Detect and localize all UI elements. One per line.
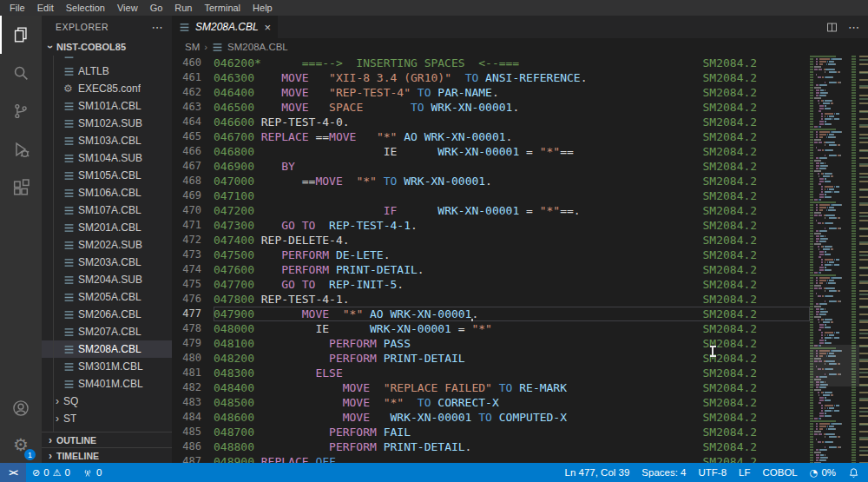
line-number[interactable]: 469 bbox=[172, 188, 201, 203]
code-line[interactable]: 469047100SM2084.2 bbox=[172, 188, 810, 203]
code-line[interactable]: 464046600 REP-TEST-4-0.SM2084.2 bbox=[172, 115, 810, 129]
line-number[interactable]: 486 bbox=[172, 439, 201, 454]
line-number[interactable]: 473 bbox=[172, 248, 201, 262]
section-outline[interactable]: ›OUTLINE bbox=[42, 432, 172, 447]
line-number[interactable]: 467 bbox=[172, 159, 201, 174]
menu-terminal[interactable]: Terminal bbox=[199, 0, 247, 16]
line-number[interactable]: 475 bbox=[172, 277, 201, 292]
remote-indicator[interactable]: >< bbox=[0, 463, 26, 482]
file-item-sm102a-sub[interactable]: SM102A.SUB bbox=[42, 115, 172, 132]
overview-ruler[interactable] bbox=[859, 56, 868, 463]
line-number[interactable]: 482 bbox=[172, 380, 201, 395]
tab-sm208a-cbl[interactable]: SM208A.CBL × bbox=[172, 16, 278, 38]
line-number[interactable]: 465 bbox=[172, 129, 201, 144]
menu-file[interactable]: File bbox=[3, 0, 31, 16]
menu-go[interactable]: Go bbox=[144, 0, 169, 16]
file-item-sm101a-cbl[interactable]: SM101A.CBL bbox=[42, 97, 172, 115]
file-item-sm106a-cbl[interactable]: SM106A.CBL bbox=[42, 184, 172, 201]
file-item-sm105a-cbl[interactable]: SM105A.CBL bbox=[42, 167, 172, 184]
status-utf-8[interactable]: UTF-8 bbox=[692, 463, 733, 482]
file-item-sm208a-cbl[interactable]: SM208A.CBL bbox=[42, 340, 172, 358]
explorer-icon[interactable] bbox=[0, 16, 42, 54]
line-number[interactable]: 477 bbox=[172, 307, 201, 321]
code-line[interactable]: 472047400 REP-DELETE-4.SM2084.2 bbox=[172, 233, 810, 248]
code-line[interactable]: 461046300 MOVE "XII-8 3.4 (GR10)" TO ANS… bbox=[172, 70, 810, 85]
line-number[interactable]: 484 bbox=[172, 410, 201, 425]
breadcrumb-item[interactable]: SM208A.CBL bbox=[227, 42, 288, 52]
notifications-bell[interactable] bbox=[842, 463, 868, 482]
editor-actions-icon[interactable]: ⋯ bbox=[848, 21, 859, 34]
code-line[interactable]: 482048400 MOVE "REPLACE FAILED" TO RE-MA… bbox=[172, 380, 810, 395]
ports-status[interactable]: 0 bbox=[76, 463, 108, 482]
breadcrumb-item[interactable]: SM bbox=[185, 42, 200, 52]
split-editor-icon[interactable] bbox=[826, 22, 838, 33]
code-line[interactable]: 475047700 GO TO REP-INIT-5.SM2084.2 bbox=[172, 277, 810, 292]
code-line[interactable]: 487048900 REPLACE OFF.SM2084.2 bbox=[172, 454, 810, 463]
code-line[interactable]: 474047600 PERFORM PRINT-DETAIL.SM2084.2 bbox=[172, 262, 810, 277]
menu-help[interactable]: Help bbox=[247, 0, 279, 16]
file-item-sm207a-cbl[interactable]: SM207A.CBL bbox=[42, 323, 172, 340]
line-number[interactable]: 476 bbox=[172, 292, 201, 307]
status-cobol[interactable]: COBOL bbox=[757, 463, 804, 482]
line-number[interactable]: 463 bbox=[172, 100, 201, 115]
code-line[interactable]: 478048000 IE WRK-XN-00001 = "*"SM2084.2 bbox=[172, 321, 810, 336]
code-line[interactable]: 460046200* ===--> INSERTING SPACES <--==… bbox=[172, 56, 810, 70]
file-item-sm401m-cbl[interactable]: SM401M.CBL bbox=[42, 375, 172, 393]
line-number[interactable]: 479 bbox=[172, 336, 201, 351]
problems-status[interactable]: ⊘ 0 ⚠ 0 bbox=[26, 463, 76, 482]
code-line[interactable]: 462046400 MOVE "REP-TEST-4" TO PAR-NAME.… bbox=[172, 85, 810, 100]
line-number[interactable]: 471 bbox=[172, 218, 201, 233]
minimap[interactable] bbox=[810, 56, 859, 463]
code-line[interactable]: 479048100 PERFORM PASSSM2084.2 bbox=[172, 336, 810, 351]
minimap-slider[interactable] bbox=[810, 345, 859, 386]
file-item-sm206a-cbl[interactable]: SM206A.CBL bbox=[42, 306, 172, 323]
folder-item-st[interactable]: ›ST bbox=[42, 410, 172, 427]
code-line[interactable]: 473047500 PERFORM DE-LETE.SM2084.2 bbox=[172, 248, 810, 262]
code-line[interactable]: 481048300 ELSESM2084.2 bbox=[172, 366, 810, 380]
line-number[interactable]: 472 bbox=[172, 233, 201, 248]
status-spaces-4[interactable]: Spaces: 4 bbox=[635, 463, 692, 482]
file-item-sm203a-cbl[interactable]: SM203A.CBL bbox=[42, 254, 172, 271]
line-number[interactable]: 462 bbox=[172, 85, 201, 100]
line-number[interactable]: 460 bbox=[172, 56, 201, 70]
status-0-[interactable]: ◔0% bbox=[804, 463, 842, 482]
code-line[interactable]: 470047200 IF WRK-XN-00001 = "*"==.SM2084… bbox=[172, 203, 810, 218]
file-item-sm205a-cbl[interactable]: SM205A.CBL bbox=[42, 288, 172, 306]
close-icon[interactable]: × bbox=[264, 21, 271, 34]
extensions-icon[interactable] bbox=[0, 168, 42, 207]
section-timeline[interactable]: ›TIMELINE bbox=[42, 447, 172, 463]
code-line[interactable]: 467046900 BYSM2084.2 bbox=[172, 159, 810, 174]
code-line[interactable]: 471047300 GO TO REP-TEST-4-1.SM2084.2 bbox=[172, 218, 810, 233]
code-line[interactable]: 480048200 PERFORM PRINT-DETAILSM2084.2 bbox=[172, 351, 810, 366]
code-line[interactable]: 463046500 MOVE SPACE TO WRK-XN-00001.SM2… bbox=[172, 100, 810, 115]
menu-selection[interactable]: Selection bbox=[60, 0, 111, 16]
code-lines[interactable]: 460046200* ===--> INSERTING SPACES <--==… bbox=[172, 56, 810, 463]
file-item-sm204a-sub[interactable]: SM204A.SUB bbox=[42, 271, 172, 288]
code-line[interactable]: 468047000 ==MOVE "*" TO WRK-XN-00001.SM2… bbox=[172, 174, 810, 188]
folder-item-sq[interactable]: ›SQ bbox=[42, 393, 172, 410]
file-item-exec85-conf[interactable]: ⚙EXEC85.conf bbox=[42, 80, 172, 97]
explorer-actions-icon[interactable]: ⋯ bbox=[152, 21, 164, 34]
line-number[interactable]: 461 bbox=[172, 70, 201, 85]
source-control-icon[interactable] bbox=[0, 92, 42, 130]
line-number[interactable]: 474 bbox=[172, 262, 201, 277]
file-item-sm202a-sub[interactable]: SM202A.SUB bbox=[42, 236, 172, 254]
line-number[interactable]: 470 bbox=[172, 203, 201, 218]
line-number[interactable]: 466 bbox=[172, 144, 201, 159]
file-item-clipped[interactable] bbox=[42, 427, 172, 432]
file-item-sm103a-cbl[interactable]: SM103A.CBL bbox=[42, 132, 172, 149]
line-number[interactable]: 478 bbox=[172, 321, 201, 336]
status-ln-477-col-39[interactable]: Ln 477, Col 39 bbox=[559, 463, 636, 482]
line-number[interactable]: 468 bbox=[172, 174, 201, 188]
line-number[interactable]: 481 bbox=[172, 366, 201, 380]
code-line[interactable]: 476047800 REP-TEST-4-1.SM2084.2 bbox=[172, 292, 810, 307]
file-item-clipped[interactable] bbox=[42, 56, 172, 63]
line-number[interactable]: 487 bbox=[172, 454, 201, 463]
menu-edit[interactable]: Edit bbox=[31, 0, 60, 16]
search-icon[interactable] bbox=[0, 54, 42, 92]
line-number[interactable]: 483 bbox=[172, 395, 201, 410]
line-number[interactable]: 464 bbox=[172, 115, 201, 129]
code-line[interactable]: 485048700 PERFORM FAILSM2084.2 bbox=[172, 425, 810, 439]
accounts-icon[interactable] bbox=[0, 390, 42, 426]
file-item-altlb[interactable]: ALTLB bbox=[42, 63, 172, 80]
